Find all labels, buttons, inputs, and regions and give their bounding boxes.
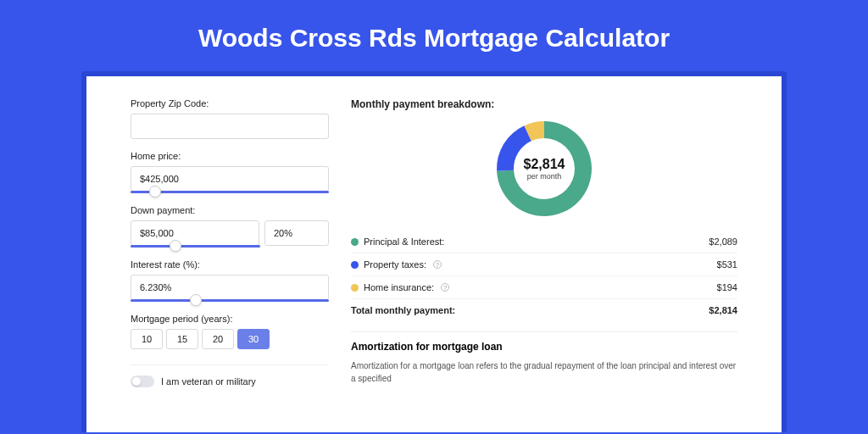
legend-row: Property taxes:?$531: [351, 253, 737, 275]
breakdown-title: Monthly payment breakdown:: [351, 98, 737, 110]
zip-label: Property Zip Code:: [131, 98, 329, 108]
legend-label: Property taxes:: [364, 259, 426, 270]
interest-rate-slider[interactable]: [131, 299, 329, 302]
home-price-label: Home price:: [131, 151, 329, 161]
legend-value: $531: [717, 259, 737, 270]
zip-row: Property Zip Code:: [131, 98, 329, 139]
donut-amount: $2,814: [524, 157, 565, 172]
legend-label: Principal & Interest:: [364, 236, 444, 247]
interest-rate-row: Interest rate (%):: [131, 259, 329, 302]
legend-dot: [351, 261, 359, 269]
legend-dot: [351, 284, 359, 292]
down-percent-input[interactable]: [264, 220, 329, 246]
amort-title: Amortization for mortgage loan: [351, 341, 737, 353]
form-panel: Property Zip Code: Home price: Down paym…: [86, 76, 339, 432]
breakdown-panel: Monthly payment breakdown: $2,814 per mo…: [339, 76, 782, 432]
donut-center: $2,814 per month: [524, 157, 565, 181]
legend-label: Home insurance:: [364, 282, 434, 292]
home-price-row: Home price:: [131, 151, 329, 193]
period-button-30[interactable]: 30: [237, 329, 270, 349]
legend-value: $2,089: [709, 236, 737, 247]
interest-rate-input[interactable]: [131, 275, 329, 300]
veteran-row: I am veteran or military: [131, 376, 329, 387]
interest-rate-label: Interest rate (%):: [131, 259, 329, 270]
zip-input[interactable]: [131, 114, 329, 139]
total-value: $2,814: [709, 305, 737, 315]
calculator-card: Property Zip Code: Home price: Down paym…: [86, 76, 782, 432]
mortgage-period-label: Mortgage period (years):: [131, 314, 329, 324]
card-shadow: Property Zip Code: Home price: Down paym…: [81, 71, 787, 432]
down-payment-slider[interactable]: [131, 245, 260, 248]
veteran-label: I am veteran or military: [161, 376, 256, 387]
info-icon[interactable]: ?: [433, 260, 442, 269]
donut-chart-wrap: $2,814 per month: [351, 119, 737, 219]
home-price-input[interactable]: [131, 166, 329, 192]
down-payment-label: Down payment:: [131, 205, 329, 215]
legend-value: $194: [717, 282, 737, 292]
legend: Principal & Interest:$2,089Property taxe…: [351, 231, 737, 298]
divider: [131, 364, 329, 365]
legend-row: Home insurance:?$194: [351, 275, 737, 298]
period-button-15[interactable]: 15: [166, 329, 198, 349]
period-button-20[interactable]: 20: [202, 329, 234, 349]
separator: [351, 331, 737, 332]
period-button-10[interactable]: 10: [131, 329, 163, 349]
donut-sub: per month: [524, 172, 565, 181]
total-row: Total monthly payment: $2,814: [351, 298, 737, 321]
legend-dot: [351, 238, 359, 246]
donut-chart: $2,814 per month: [494, 119, 594, 219]
mortgage-period-row: Mortgage period (years): 10152030: [131, 314, 329, 349]
down-amount-input[interactable]: [131, 220, 259, 246]
home-price-slider[interactable]: [131, 191, 329, 193]
down-payment-row: Down payment:: [131, 205, 329, 248]
period-buttons: 10152030: [131, 329, 329, 349]
amort-text: Amortization for a mortgage loan refers …: [351, 359, 737, 385]
interest-rate-slider-thumb[interactable]: [190, 294, 202, 306]
info-icon[interactable]: ?: [441, 283, 449, 292]
veteran-toggle[interactable]: [131, 376, 154, 387]
legend-row: Principal & Interest:$2,089: [351, 231, 737, 253]
page-title: Woods Cross Rds Mortgage Calculator: [0, 0, 868, 71]
home-price-slider-thumb[interactable]: [149, 186, 161, 198]
total-label: Total monthly payment:: [351, 305, 455, 315]
down-payment-slider-thumb[interactable]: [170, 240, 181, 252]
